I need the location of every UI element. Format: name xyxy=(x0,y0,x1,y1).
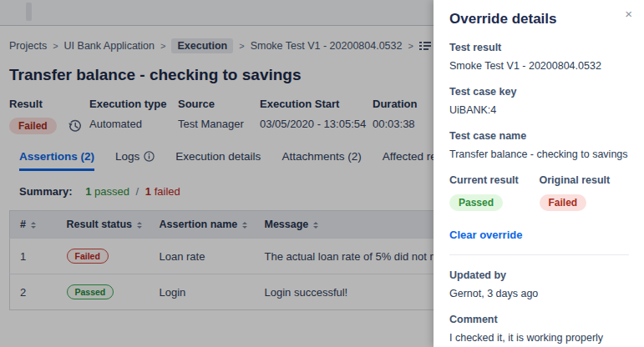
panel-divider xyxy=(449,254,629,255)
close-icon[interactable]: × xyxy=(622,5,635,23)
updated-by-label: Updated by xyxy=(449,269,629,281)
current-result-badge: Passed xyxy=(449,194,503,211)
current-result-label: Current result xyxy=(449,174,540,186)
panel-title: Override details xyxy=(449,11,629,28)
comment-value: I checked it, it is working properly xyxy=(449,332,629,344)
updated-by-value: Gernot, 3 days ago xyxy=(449,288,629,299)
test-case-name-value: Transfer balance - checking to savings xyxy=(449,148,629,160)
override-details-panel: × Override details Test result Smoke Tes… xyxy=(434,0,644,347)
test-result-value: Smoke Test V1 - 20200804.0532 xyxy=(449,60,629,72)
test-result-label: Test result xyxy=(449,42,629,53)
original-result-label: Original result xyxy=(540,174,630,186)
original-result-badge: Failed xyxy=(540,194,587,211)
test-case-name-label: Test case name xyxy=(449,130,629,142)
comment-label: Comment xyxy=(449,314,629,325)
test-case-key-value: UiBANK:4 xyxy=(449,104,629,116)
clear-override-link[interactable]: Clear override xyxy=(449,229,522,241)
test-case-key-label: Test case key xyxy=(449,86,629,98)
